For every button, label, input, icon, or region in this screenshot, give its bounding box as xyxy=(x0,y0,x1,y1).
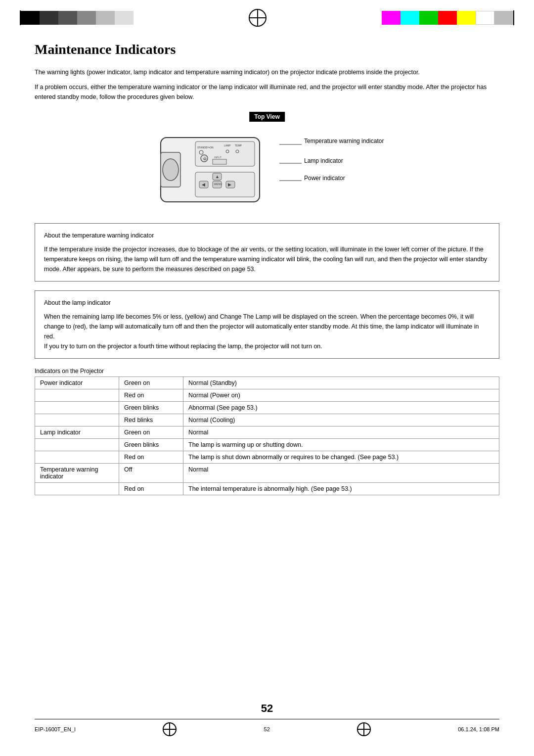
power-indicator-label: Power indicator xyxy=(304,175,345,182)
svg-rect-13 xyxy=(213,159,226,164)
top-view-label: Top View xyxy=(249,112,285,122)
indicators-table-section: Indicators on the Projector Power indica… xyxy=(35,368,499,495)
intro-para2: If a problem occurs, either the temperat… xyxy=(35,82,499,102)
state-cell: Red on xyxy=(119,483,183,495)
meaning-cell: Normal (Standby) xyxy=(183,377,499,389)
page-title: Maintenance Indicators xyxy=(35,42,499,57)
state-cell: Red blinks xyxy=(119,414,183,426)
meaning-cell: Abnormal (See page 53.) xyxy=(183,402,499,414)
state-cell: Green blinks xyxy=(119,439,183,451)
table-row: Lamp indicatorGreen onNormal xyxy=(35,426,499,439)
lamp-info-box: About the lamp indicator When the remain… xyxy=(35,290,499,359)
footer-page-number-area: 52 xyxy=(35,702,499,715)
lamp-box-body: When the remaining lamp life becomes 5% … xyxy=(44,312,490,351)
meaning-cell: The internal temperature is abnormally h… xyxy=(183,483,499,495)
diagram-container: Top View STANDBY•ON LAMP TEMP xyxy=(35,112,499,213)
svg-text:TEMP: TEMP xyxy=(235,144,242,147)
table-row: Green blinksAbnormal (See page 53.) xyxy=(35,402,499,414)
table-row: Red onNormal (Power on) xyxy=(35,389,499,402)
footer-date: 06.1.24, 1:08 PM xyxy=(458,726,499,732)
page-number: 52 xyxy=(261,702,273,715)
state-cell: Off xyxy=(119,464,183,483)
svg-text:LAMP: LAMP xyxy=(224,144,231,147)
page-content: Maintenance Indicators The warning light… xyxy=(0,32,534,525)
crosshair-top xyxy=(163,9,352,27)
color-bar-left xyxy=(21,11,134,25)
state-cell: Red on xyxy=(119,451,183,464)
intro-para1: The warning lights (power indicator, lam… xyxy=(35,67,499,77)
meaning-cell: Normal (Power on) xyxy=(183,389,499,402)
indicator-cell xyxy=(35,402,119,414)
crosshair-bottom xyxy=(163,722,177,736)
color-bar-right xyxy=(382,11,513,25)
svg-point-2 xyxy=(163,159,178,181)
meaning-cell: Normal xyxy=(183,464,499,483)
indicator-cell xyxy=(35,389,119,402)
crosshair-bottom2 xyxy=(357,722,371,736)
meaning-cell: Normal (Cooling) xyxy=(183,414,499,426)
indicator-labels-area: Temperature warning indicator Lamp indic… xyxy=(279,124,388,213)
footer-page-num: 52 xyxy=(264,726,270,732)
right-margin-mark xyxy=(513,10,514,25)
svg-text:INPUT: INPUT xyxy=(214,156,222,159)
state-cell: Red on xyxy=(119,389,183,402)
svg-text:◀: ◀ xyxy=(202,182,205,187)
temp-info-box: About the temperature warning indicator … xyxy=(35,223,499,282)
svg-text:STANDBY•ON: STANDBY•ON xyxy=(197,146,214,149)
table-row: Red onThe internal temperature is abnorm… xyxy=(35,483,499,495)
state-cell: Green on xyxy=(119,426,183,439)
indicators-table: Power indicatorGreen onNormal (Standby)R… xyxy=(35,377,499,495)
indicator-cell xyxy=(35,451,119,464)
indicator-cell xyxy=(35,483,119,495)
meaning-cell: The lamp is shut down abnormally or requ… xyxy=(183,451,499,464)
svg-text:⏻: ⏻ xyxy=(203,157,207,160)
lamp-box-title: About the lamp indicator xyxy=(44,298,490,308)
state-cell: Green blinks xyxy=(119,402,183,414)
projector-diagram: STANDBY•ON LAMP TEMP ⏻ INPUT xyxy=(146,123,274,213)
svg-text:▶: ▶ xyxy=(228,182,231,187)
table-row: Red onThe lamp is shut down abnormally o… xyxy=(35,451,499,464)
temp-box-title: About the temperature warning indicator xyxy=(44,231,490,240)
footer: 52 EIP-1600T_EN_I 52 06.1.24, 1:08 PM xyxy=(0,702,534,736)
indicator-cell: Power indicator xyxy=(35,377,119,389)
svg-text:MENU: MENU xyxy=(214,183,222,186)
indicator-cell xyxy=(35,414,119,426)
footer-bottom: EIP-1600T_EN_I 52 06.1.24, 1:08 PM xyxy=(35,719,499,736)
color-bar-area xyxy=(0,0,534,27)
temp-box-body: If the temperature inside the projector … xyxy=(44,244,490,274)
footer-model: EIP-1600T_EN_I xyxy=(35,726,76,732)
state-cell: Green on xyxy=(119,377,183,389)
diagram-wrapper: STANDBY•ON LAMP TEMP ⏻ INPUT xyxy=(146,123,388,213)
indicator-cell: Temperature warning indicator xyxy=(35,464,119,483)
indicator-cell: Lamp indicator xyxy=(35,426,119,439)
table-row: Red blinksNormal (Cooling) xyxy=(35,414,499,426)
svg-text:▲: ▲ xyxy=(215,174,220,179)
lamp-indicator-label: Lamp indicator xyxy=(304,157,343,164)
meaning-cell: Normal xyxy=(183,426,499,439)
temp-warning-label: Temperature warning indicator xyxy=(304,138,384,144)
table-row: Power indicatorGreen onNormal (Standby) xyxy=(35,377,499,389)
indicator-cell xyxy=(35,439,119,451)
table-section-label: Indicators on the Projector xyxy=(35,368,499,375)
meaning-cell: The lamp is warming up or shutting down. xyxy=(183,439,499,451)
table-row: Temperature warning indicatorOffNormal xyxy=(35,464,499,483)
table-row: Green blinksThe lamp is warming up or sh… xyxy=(35,439,499,451)
